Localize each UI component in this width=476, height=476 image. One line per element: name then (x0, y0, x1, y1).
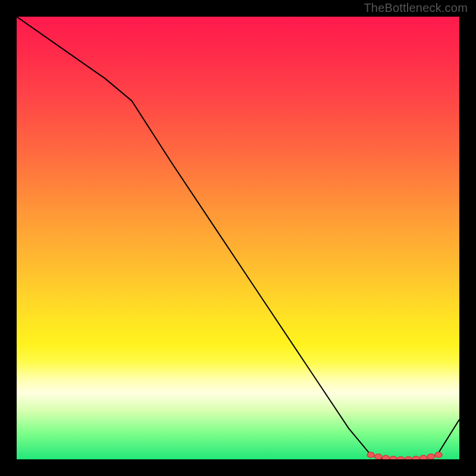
optimal-marker-dot (420, 455, 427, 459)
optimal-range-markers (367, 452, 442, 459)
optimal-marker-dot (367, 452, 374, 458)
optimal-marker-dot (390, 456, 397, 459)
optimal-marker-dot (397, 457, 405, 460)
chart-overlay (17, 17, 459, 459)
optimal-marker-dot (412, 456, 419, 459)
optimal-marker-dot (405, 457, 412, 460)
optimal-marker-dot (427, 454, 434, 459)
attribution-text: TheBottleneck.com (364, 1, 468, 15)
chart-frame: TheBottleneck.com (0, 0, 476, 476)
bottleneck-curve (17, 17, 459, 459)
optimal-marker-dot (375, 454, 382, 459)
optimal-marker-dot (435, 452, 442, 458)
optimal-marker-dot (383, 455, 390, 459)
